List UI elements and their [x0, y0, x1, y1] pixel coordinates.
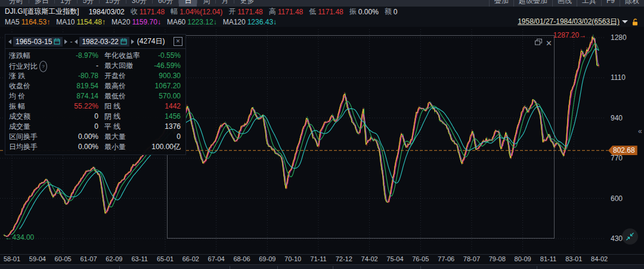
- x-axis-tick: 60-05: [55, 255, 72, 262]
- x-axis-tick: 70-10: [284, 255, 301, 262]
- tab-多日[interactable]: 多日: [29, 0, 54, 7]
- field-value: 1171.48: [318, 8, 343, 16]
- x-axis-tick: 83-01: [565, 255, 582, 262]
- stat-value: 100.00亿: [150, 142, 181, 152]
- panel-close-icon[interactable]: ✕: [174, 37, 182, 46]
- toolbar-divider: [420, 266, 421, 269]
- ma-value: 1223.12↓: [187, 18, 216, 26]
- compress-arrows-icon: [625, 231, 635, 242]
- tab-周[interactable]: 周: [197, 0, 215, 7]
- x-axis-tick: 79-08: [489, 255, 506, 262]
- stat-value: 1456: [150, 112, 181, 122]
- x-axis: 58-0159-0460-0561-0762-0963-1165-0166-02…: [0, 254, 644, 265]
- chevron-down-icon[interactable]: [622, 20, 628, 26]
- prev-end-date-icon[interactable]: [75, 39, 78, 44]
- toolbar-button-叠加[interactable]: 叠加: [489, 0, 513, 7]
- x-axis-tick: 78-07: [463, 255, 480, 262]
- stat-value: 55.22%: [54, 101, 98, 112]
- y-axis-tick: 770: [611, 154, 623, 162]
- field-value: 1.04%(12.04): [179, 8, 222, 16]
- toolbar-button-除权[interactable]: 除权: [620, 0, 644, 7]
- date-range-selector[interactable]: 1958/01/27-1984/03/02(6563日): [518, 17, 639, 27]
- toolbar-button-画线[interactable]: 画线: [552, 0, 577, 7]
- calendar-icon[interactable]: [54, 38, 60, 45]
- stat-label: 最高价: [98, 81, 150, 91]
- stat-value: -: [54, 61, 98, 71]
- collapse-handle-icon[interactable]: «: [638, 127, 642, 135]
- tab-5分[interactable]: 5分: [78, 0, 100, 7]
- ma-label: MA60: [167, 18, 185, 26]
- field-value: 1171.48: [237, 8, 263, 16]
- panel-header: 1965-03-15 - 1982-03-22: [5, 35, 185, 49]
- x-axis-tick: 74-02: [361, 255, 378, 262]
- field-label: 额: [385, 7, 392, 17]
- stat-label: 涨 跌: [9, 71, 54, 81]
- stat-label: 最低价: [98, 91, 150, 101]
- stat-label: 行业对比?: [9, 61, 54, 71]
- selection-close-icon[interactable]: ✕: [546, 39, 552, 47]
- stat-label: 平 线: [98, 122, 150, 132]
- toolbar-button-工具[interactable]: 工具: [577, 0, 601, 7]
- tab-1分[interactable]: 1分: [55, 0, 77, 7]
- ma-row: MA51164.53↑MA101154.48↑MA201159.70↓MA601…: [0, 17, 644, 27]
- stat-label: 阴 线: [98, 112, 150, 122]
- x-axis-tick: 69-09: [259, 255, 275, 262]
- ma-label: MA10: [56, 18, 75, 26]
- stat-value: 0.00%: [54, 142, 98, 152]
- stat-value: -80.78: [54, 71, 98, 81]
- stat-value: 570.00: [150, 91, 181, 101]
- tab-group-left: 分时多日1分5分15分30分60分日周月更多: [0, 0, 259, 7]
- next-start-date-icon[interactable]: [64, 39, 67, 44]
- x-axis-tick: 68-06: [233, 255, 250, 262]
- tab-月[interactable]: 月: [216, 0, 234, 7]
- stat-label: 振 幅: [9, 101, 54, 112]
- toolbar-divider: [119, 266, 120, 269]
- tab-分时[interactable]: 分时: [4, 0, 29, 7]
- stat-value: 900.30: [150, 71, 181, 81]
- print-icon[interactable]: [534, 38, 543, 48]
- stat-value: 0.00%: [54, 132, 98, 142]
- stat-label: 成交额: [9, 112, 54, 122]
- stat-value: 1067.20: [150, 81, 181, 91]
- stat-value: 0: [54, 112, 98, 122]
- tab-15分[interactable]: 15分: [100, 0, 125, 7]
- x-axis-tick: 72-12: [336, 255, 352, 262]
- calendar-icon[interactable]: [120, 38, 127, 45]
- next-end-date-icon[interactable]: [131, 39, 134, 44]
- x-axis-tick: 61-07: [80, 255, 97, 262]
- stat-value: -46.59%: [150, 61, 181, 71]
- stat-value: 874.14: [54, 91, 98, 101]
- tab-日[interactable]: 日: [179, 0, 197, 7]
- unlock-icon[interactable]: [631, 18, 639, 26]
- right-arrow-icon: →: [579, 31, 586, 39]
- date-range-label[interactable]: 1958/01/27-1984/03/02(6563日): [518, 17, 620, 27]
- tab-60分[interactable]: 60分: [153, 0, 178, 7]
- range-selection-box[interactable]: ✕: [167, 35, 555, 239]
- stat-value: 0: [54, 122, 98, 132]
- bottom-toolbar[interactable]: [0, 264, 644, 269]
- x-axis-tick: 71-11: [310, 255, 326, 262]
- left-arrow-icon: ←: [5, 233, 13, 242]
- stat-label: 开盘价: [98, 71, 150, 81]
- ma-label: MA120: [223, 18, 246, 26]
- tab-更多[interactable]: 更多: [234, 0, 259, 7]
- toolbar-button-F9[interactable]: F9: [601, 0, 620, 6]
- tab-30分[interactable]: 30分: [126, 0, 152, 7]
- field-label: 开: [228, 7, 236, 17]
- stat-label: 区间换手: [9, 132, 54, 142]
- x-axis-tick: 67-04: [208, 255, 225, 262]
- fit-screen-button[interactable]: [622, 228, 638, 245]
- x-axis-tick: 75-04: [386, 255, 403, 262]
- kline-chart[interactable]: 12801110940770600430 ✕ 802.68 1287.20→ ←…: [0, 27, 644, 254]
- start-date-field[interactable]: 1965-03-15: [13, 37, 63, 47]
- prev-start-date-icon[interactable]: [8, 39, 11, 44]
- stat-value: 1442: [150, 101, 181, 112]
- end-date-field[interactable]: 1982-03-22: [79, 37, 129, 47]
- field-value: 1171.48: [140, 8, 165, 16]
- stat-value: -0.55%: [150, 51, 181, 61]
- field-value: 0: [394, 8, 398, 16]
- x-axis-tick: 77-06: [438, 255, 454, 262]
- toolbar-button-超级叠加[interactable]: 超级叠加: [513, 0, 552, 7]
- field-label: 幅: [171, 7, 178, 17]
- stats-grid: 涨跌幅-8.97%年化收益率-0.55%行业对比?-最大回撤-46.59%涨 跌…: [5, 49, 185, 154]
